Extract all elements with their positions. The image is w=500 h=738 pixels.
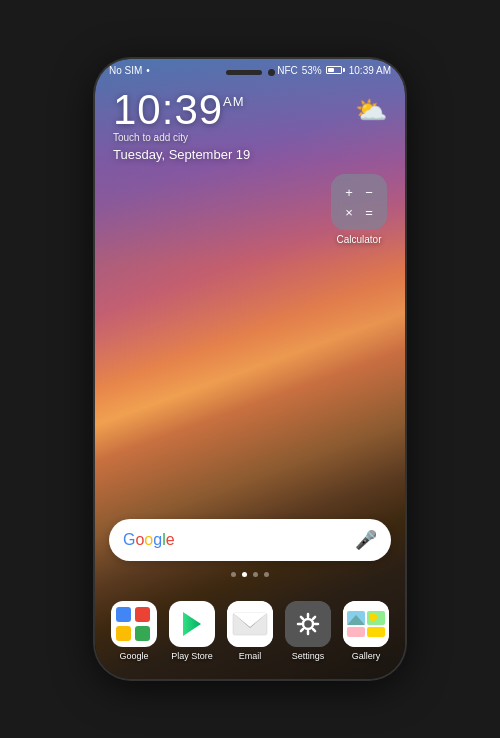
settings-label: Settings bbox=[292, 651, 325, 661]
google-app-icon[interactable] bbox=[111, 601, 157, 647]
google-logo: Google bbox=[123, 531, 175, 549]
calc-plus: + bbox=[345, 185, 353, 200]
mic-icon[interactable]: 🎤 bbox=[355, 529, 377, 551]
battery-icon bbox=[326, 66, 345, 74]
google-sub-red bbox=[135, 607, 150, 622]
app-item-google[interactable]: Google bbox=[111, 601, 157, 661]
app-item-playstore[interactable]: Play Store bbox=[169, 601, 215, 661]
playstore-icon[interactable] bbox=[169, 601, 215, 647]
gallery-svg bbox=[343, 601, 389, 647]
settings-svg bbox=[285, 601, 331, 647]
front-camera bbox=[268, 69, 275, 76]
clock-subtitle: Touch to add city bbox=[113, 132, 250, 143]
gallery-icon[interactable] bbox=[343, 601, 389, 647]
svg-line-14 bbox=[313, 617, 315, 619]
svg-rect-19 bbox=[347, 627, 365, 637]
email-svg bbox=[227, 601, 273, 647]
calc-times: × bbox=[345, 205, 353, 220]
phone-device: No SIM • NFC 53% 10:39 AM 10:39AM Touch … bbox=[95, 59, 405, 679]
page-dots bbox=[231, 572, 269, 577]
clock-time: 10:39AM bbox=[113, 89, 250, 131]
battery-percent: 53% bbox=[302, 65, 322, 76]
page-dot-3 bbox=[264, 572, 269, 577]
clock-status: 10:39 AM bbox=[349, 65, 391, 76]
status-left: No SIM • bbox=[109, 65, 150, 76]
svg-point-22 bbox=[369, 613, 377, 621]
clock-area: 10:39AM Touch to add city Tuesday, Septe… bbox=[113, 89, 250, 162]
status-right: NFC 53% 10:39 AM bbox=[277, 65, 391, 76]
playstore-svg bbox=[177, 609, 207, 639]
google-sub-yellow bbox=[116, 626, 131, 641]
email-label: Email bbox=[239, 651, 262, 661]
signal-dot: • bbox=[146, 65, 150, 76]
google-sub-green bbox=[135, 626, 150, 641]
svg-rect-6 bbox=[285, 601, 331, 647]
weather-icon: ⛅ bbox=[355, 95, 387, 126]
app-item-settings[interactable]: Settings bbox=[285, 601, 331, 661]
svg-line-12 bbox=[301, 617, 303, 619]
carrier-text: No SIM bbox=[109, 65, 142, 76]
google-search-bar[interactable]: Google 🎤 bbox=[109, 519, 391, 561]
settings-icon[interactable] bbox=[285, 601, 331, 647]
phone-screen: No SIM • NFC 53% 10:39 AM 10:39AM Touch … bbox=[95, 59, 405, 679]
google-app-label: Google bbox=[119, 651, 148, 661]
notch-area bbox=[210, 63, 290, 81]
speaker-grille bbox=[226, 70, 262, 75]
svg-rect-20 bbox=[367, 627, 385, 637]
calculator-widget[interactable]: + − × = Calculator bbox=[331, 174, 387, 245]
page-dot-2 bbox=[253, 572, 258, 577]
playstore-label: Play Store bbox=[171, 651, 213, 661]
google-sub-blue bbox=[116, 607, 131, 622]
app-dock: Google bbox=[105, 601, 395, 661]
calc-minus: − bbox=[365, 185, 373, 200]
calculator-icon[interactable]: + − × = bbox=[331, 174, 387, 230]
svg-line-15 bbox=[301, 629, 303, 631]
svg-line-13 bbox=[313, 629, 315, 631]
page-dot-0 bbox=[231, 572, 236, 577]
app-item-gallery[interactable]: Gallery bbox=[343, 601, 389, 661]
app-item-email[interactable]: Email bbox=[227, 601, 273, 661]
clock-date: Tuesday, September 19 bbox=[113, 147, 250, 162]
weather-widget: ⛅ bbox=[355, 95, 387, 126]
calculator-label: Calculator bbox=[336, 234, 381, 245]
email-icon[interactable] bbox=[227, 601, 273, 647]
calc-equals: = bbox=[365, 205, 373, 220]
svg-marker-0 bbox=[183, 612, 201, 636]
page-dot-1 bbox=[242, 572, 247, 577]
gallery-label: Gallery bbox=[352, 651, 381, 661]
